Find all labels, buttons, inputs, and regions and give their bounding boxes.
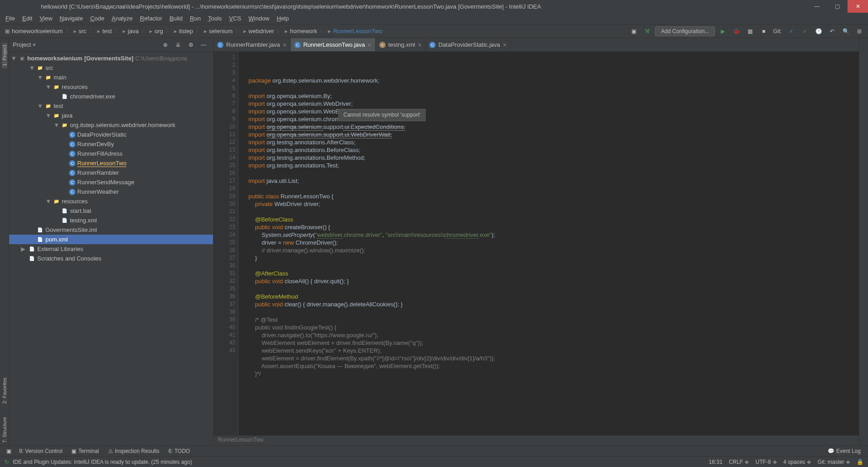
breadcrumb-item[interactable]: ▸ webdriver bbox=[242, 27, 276, 35]
code-line[interactable]: public void clear() { driver.manage().de… bbox=[248, 300, 855, 308]
code-line[interactable]: import org.openqa.selenium.support.ui.We… bbox=[248, 131, 855, 138]
tree-item[interactable]: ▶📄External Libraries bbox=[9, 244, 213, 254]
breadcrumb-item[interactable]: ▸ test bbox=[95, 27, 114, 35]
line-number[interactable]: 10 bbox=[213, 123, 235, 131]
line-number[interactable]: 25 bbox=[213, 239, 235, 246]
code-line[interactable]: private WebDriver driver; bbox=[248, 200, 855, 208]
locate-icon[interactable]: ⊕ bbox=[159, 39, 171, 51]
editor-breadcrumb[interactable]: RunnerLessonTwo bbox=[213, 435, 859, 445]
toolwindow-toggle-icon[interactable]: ▣ bbox=[3, 445, 15, 457]
line-number[interactable]: 41 bbox=[213, 331, 235, 339]
line-number[interactable]: 3 bbox=[213, 69, 235, 77]
editor-tab[interactable]: CRunnerLessonTwo.java× bbox=[291, 38, 376, 51]
tree-item[interactable]: ▼📁main bbox=[9, 73, 213, 82]
tree-arrow-icon[interactable]: ▼ bbox=[45, 198, 51, 205]
close-icon[interactable]: × bbox=[283, 41, 287, 49]
line-number[interactable]: 15 bbox=[213, 162, 235, 169]
code-line[interactable]: webElement = driver.findElement(By.xpath… bbox=[248, 354, 855, 362]
tree-item[interactable]: 📄pom.xml bbox=[9, 235, 213, 244]
update-indicator-icon[interactable]: ↻ bbox=[5, 459, 9, 465]
line-number[interactable]: 7 bbox=[213, 100, 235, 108]
indent-setting[interactable]: 4 spaces ≑ bbox=[784, 459, 811, 465]
minimize-button[interactable]: — bbox=[807, 0, 827, 13]
line-number[interactable]: 14 bbox=[213, 154, 235, 162]
code-line[interactable]: }*/ bbox=[248, 370, 855, 378]
code-line[interactable] bbox=[248, 285, 855, 293]
inspection-tool[interactable]: ⚠ Inspection Results bbox=[104, 448, 164, 454]
menu-help[interactable]: Help bbox=[273, 14, 293, 23]
menu-navigate[interactable]: Navigate bbox=[56, 14, 86, 23]
code-line[interactable]: import org.testng.annotations.BeforeMeth… bbox=[248, 154, 855, 162]
menu-tools[interactable]: Tools bbox=[204, 14, 225, 23]
tree-item[interactable]: CRunnerSendMessage bbox=[9, 177, 213, 187]
line-number[interactable]: 26 bbox=[213, 246, 235, 254]
tree-item[interactable]: CRunnerDevBy bbox=[9, 139, 213, 149]
hide-icon[interactable]: — bbox=[198, 39, 209, 51]
search-icon[interactable]: 🔍 bbox=[840, 25, 852, 37]
line-number[interactable]: 12 bbox=[213, 138, 235, 146]
menu-refactor[interactable]: Refactor bbox=[136, 14, 166, 23]
tree-item[interactable]: ▼📁org.itstep.selenium.webdriver.homework bbox=[9, 120, 213, 130]
tree-item[interactable]: 📄chromedriver.exe bbox=[9, 92, 213, 101]
tree-item[interactable]: CRunnerFillAdress bbox=[9, 149, 213, 158]
code-line[interactable]: System.setProperty("webdriver.chrome.dri… bbox=[248, 231, 855, 239]
line-number[interactable]: 11 bbox=[213, 131, 235, 138]
code-line[interactable]: public void findInGoogleTest() { bbox=[248, 324, 855, 331]
menu-view[interactable]: View bbox=[36, 14, 56, 23]
line-number[interactable]: 32 bbox=[213, 277, 235, 285]
menu-run[interactable]: Run bbox=[186, 14, 204, 23]
line-number[interactable]: 36 bbox=[213, 293, 235, 300]
line-number[interactable]: 37 bbox=[213, 300, 235, 308]
code-area[interactable]: Cannot resolve symbol 'support' package … bbox=[245, 52, 859, 435]
tree-item[interactable]: 📄testng.xml bbox=[9, 216, 213, 225]
editor-tab[interactable]: xtestng.xml× bbox=[376, 38, 426, 51]
line-number[interactable]: 1 bbox=[213, 54, 235, 61]
menu-code[interactable]: Code bbox=[87, 14, 108, 23]
chevron-down-icon[interactable]: ▾ bbox=[33, 41, 36, 48]
event-log-tool[interactable]: 💬 Event Log bbox=[823, 448, 865, 454]
tree-item[interactable]: ▼📁resources bbox=[9, 197, 213, 206]
line-number[interactable]: 18 bbox=[213, 185, 235, 192]
close-icon[interactable]: × bbox=[368, 41, 372, 49]
line-number[interactable]: 6 bbox=[213, 92, 235, 100]
line-number[interactable]: 13 bbox=[213, 146, 235, 154]
code-line[interactable] bbox=[248, 262, 855, 270]
breadcrumb-item[interactable]: ▸ itstep bbox=[172, 27, 195, 35]
code-line[interactable]: WebElement webElement = driver.findEleme… bbox=[248, 339, 855, 347]
code-line[interactable]: import java.util.List; bbox=[248, 177, 855, 185]
code-line[interactable] bbox=[248, 308, 855, 316]
line-number[interactable]: 35 bbox=[213, 285, 235, 293]
menu-file[interactable]: File bbox=[2, 14, 19, 23]
tree-item[interactable]: ▼📁resources bbox=[9, 82, 213, 92]
tree-item[interactable]: ▼📁test bbox=[9, 101, 213, 111]
breadcrumb-item[interactable]: ▸ homework bbox=[283, 27, 319, 35]
breadcrumb-item[interactable]: ▣ homeworkselenium bbox=[3, 27, 64, 35]
tree-item[interactable]: CRunnerLessonTwo bbox=[9, 158, 213, 168]
line-number[interactable]: 39 bbox=[213, 316, 235, 324]
build-icon[interactable]: ▣ bbox=[628, 25, 640, 37]
code-line[interactable]: driver = new ChromeDriver(); bbox=[248, 239, 855, 246]
code-line[interactable]: import org.testng.annotations.AfterClass… bbox=[248, 138, 855, 146]
tree-item[interactable]: ▼📁src bbox=[9, 63, 213, 73]
debug-icon[interactable]: 🐞 bbox=[730, 25, 742, 37]
menu-vcs[interactable]: VCS bbox=[225, 14, 245, 23]
line-number[interactable]: 2 bbox=[213, 61, 235, 69]
left-tool-project[interactable]: 1: Project bbox=[2, 43, 7, 68]
line-number[interactable]: 17 bbox=[213, 177, 235, 185]
line-number[interactable]: 38 bbox=[213, 308, 235, 316]
tree-arrow-icon[interactable]: ▼ bbox=[54, 122, 59, 128]
code-line[interactable] bbox=[248, 185, 855, 192]
git-branch[interactable]: Git: master ≑ bbox=[818, 459, 850, 465]
tree-item[interactable]: 📄GovermentsSite.iml bbox=[9, 225, 213, 235]
breadcrumb-item[interactable]: ▸ RunnerLessonTwo bbox=[326, 27, 384, 35]
history-icon[interactable]: 🕐 bbox=[813, 25, 824, 37]
menu-analyze[interactable]: Analyze bbox=[108, 14, 136, 23]
close-icon[interactable]: × bbox=[418, 41, 422, 49]
editor-tab[interactable]: CRunnerRambler.java× bbox=[213, 38, 291, 51]
line-number[interactable]: 27 bbox=[213, 254, 235, 262]
code-line[interactable]: import org.testng.annotations.Test; bbox=[248, 162, 855, 169]
tree-arrow-icon[interactable]: ▼ bbox=[29, 64, 35, 71]
editor-tab[interactable]: CDataProviderStatic.java× bbox=[426, 38, 511, 51]
code-line[interactable]: Assert.assertEquals("Кошка — Википедия",… bbox=[248, 362, 855, 370]
line-number[interactable]: 31 bbox=[213, 270, 235, 277]
